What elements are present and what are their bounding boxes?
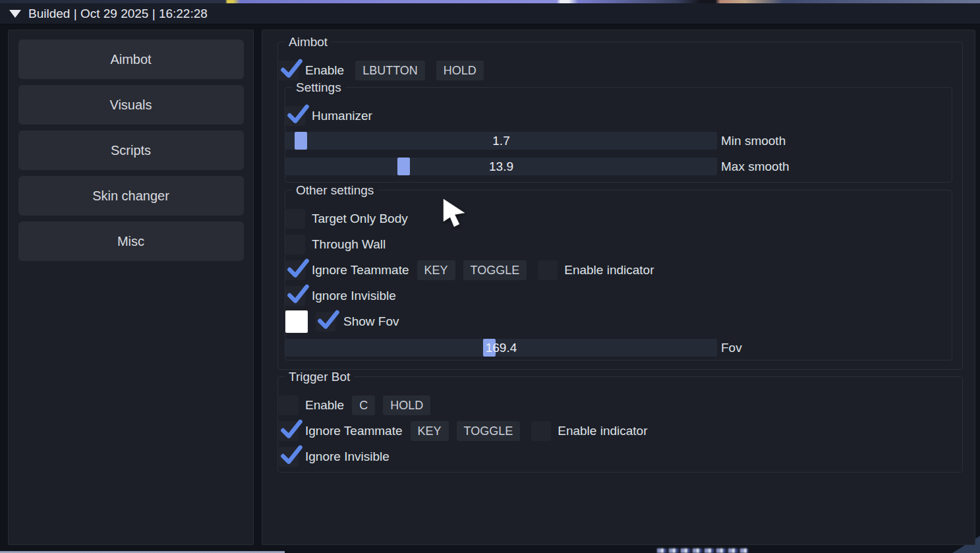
settings-group: Settings Humanizer 1.7 Min smooth 13.9 xyxy=(285,87,952,183)
aimbot-enable-indicator-label: Enable indicator xyxy=(564,263,654,277)
sidebar-item-visuals[interactable]: Visuals xyxy=(18,85,244,125)
sidebar-item-scripts[interactable]: Scripts xyxy=(18,131,244,170)
collapse-triangle-icon[interactable] xyxy=(9,10,21,18)
fov-slider[interactable]: 169.4 xyxy=(285,339,717,357)
other-settings-group-label: Other settings xyxy=(292,183,378,197)
through-wall-checkbox[interactable] xyxy=(285,235,305,254)
checkmark-icon xyxy=(287,103,310,126)
target-only-body-checkbox[interactable] xyxy=(285,209,305,229)
min-smooth-slider-row: 1.7 Min smooth xyxy=(285,132,952,150)
checkmark-icon xyxy=(280,418,303,441)
aimbot-enable-indicator-checkbox[interactable] xyxy=(538,260,558,280)
sidebar-item-misc[interactable]: Misc xyxy=(18,221,244,261)
aimbot-ignore-teammate-checkbox[interactable] xyxy=(285,260,305,280)
trigger-ignore-invisible-label: Ignore Invisible xyxy=(305,450,389,464)
aimbot-ignore-invisible-label: Ignore Invisible xyxy=(312,289,396,303)
trigger-bot-group: Trigger Bot Enable C HOLD Ignore Teammat… xyxy=(277,376,963,473)
max-smooth-slider-row: 13.9 Max smooth xyxy=(285,158,952,175)
checkmark-icon xyxy=(280,444,303,467)
trigger-ignore-invisible-checkbox[interactable] xyxy=(279,447,299,467)
sidebar-item-skin-changer[interactable]: Skin changer xyxy=(18,176,244,216)
sidebar-item-aimbot[interactable]: Aimbot xyxy=(18,40,244,79)
aimbot-enable-checkbox[interactable] xyxy=(279,61,299,80)
aimbot-ignore-invisible-checkbox[interactable] xyxy=(285,286,305,306)
aimbot-keymode-button[interactable]: HOLD xyxy=(436,61,484,80)
show-fov-checkbox[interactable] xyxy=(316,312,335,332)
trigger-ignore-teammate-checkbox[interactable] xyxy=(279,421,299,441)
fov-label: Fov xyxy=(721,341,742,355)
aimbot-ignore-teammate-mode-button[interactable]: TOGGLE xyxy=(463,260,527,280)
aimbot-keybind-button[interactable]: LBUTTON xyxy=(355,61,425,80)
aimbot-group-label: Aimbot xyxy=(285,35,331,49)
trigger-ignore-teammate-row: Ignore Teammate KEY TOGGLE Enable indica… xyxy=(279,421,962,441)
max-smooth-value: 13.9 xyxy=(285,158,717,175)
min-smooth-value: 1.7 xyxy=(285,132,717,150)
checkmark-icon xyxy=(280,57,303,80)
aimbot-enable-row: Enable LBUTTON HOLD xyxy=(279,61,962,80)
trigger-enable-indicator-label: Enable indicator xyxy=(558,424,647,438)
fov-slider-row: 169.4 Fov xyxy=(285,339,952,357)
trigger-ignore-teammate-label: Ignore Teammate xyxy=(305,424,403,438)
aimbot-ignore-teammate-row: Ignore Teammate KEY TOGGLE Enable indica… xyxy=(285,260,952,280)
checkmark-icon xyxy=(287,283,310,306)
trigger-keybind-button[interactable]: C xyxy=(352,395,375,415)
show-fov-label: Show Fov xyxy=(343,314,399,329)
main-panel: Aimbot Enable LBUTTON HOLD Settings Huma… xyxy=(262,30,975,545)
sidebar: Aimbot Visuals Scripts Skin changer Misc xyxy=(8,30,254,545)
humanizer-label: Humanizer xyxy=(312,109,372,123)
humanizer-checkbox[interactable] xyxy=(285,106,305,126)
through-wall-label: Through Wall xyxy=(312,237,386,252)
fov-color-swatch[interactable] xyxy=(285,310,308,333)
other-settings-group: Other settings Target Only Body Through … xyxy=(285,190,952,361)
trigger-ignore-teammate-key-button[interactable]: KEY xyxy=(411,421,449,441)
trigger-ignore-invisible-row: Ignore Invisible xyxy=(279,447,962,467)
game-background-hud xyxy=(657,548,748,553)
target-only-body-label: Target Only Body xyxy=(312,212,408,226)
aimbot-group: Aimbot Enable LBUTTON HOLD Settings Huma… xyxy=(277,42,963,370)
checkmark-icon xyxy=(287,257,310,280)
aimbot-enable-label: Enable xyxy=(305,63,344,78)
through-wall-row: Through Wall xyxy=(285,235,952,254)
aimbot-ignore-teammate-key-button[interactable]: KEY xyxy=(417,260,455,280)
trigger-keymode-button[interactable]: HOLD xyxy=(383,395,430,415)
trigger-ignore-teammate-mode-button[interactable]: TOGGLE xyxy=(457,421,521,441)
trigger-enable-checkbox[interactable] xyxy=(279,395,299,415)
window-title: Builded | Oct 29 2025 | 16:22:28 xyxy=(28,7,208,21)
checkmark-icon xyxy=(317,308,340,332)
trigger-enable-row: Enable C HOLD xyxy=(279,395,962,415)
min-smooth-label: Min smooth xyxy=(721,134,786,148)
fov-value: 169.4 xyxy=(285,339,717,357)
aimbot-ignore-invisible-row: Ignore Invisible xyxy=(285,286,952,306)
aimbot-ignore-teammate-label: Ignore Teammate xyxy=(312,263,409,277)
max-smooth-slider[interactable]: 13.9 xyxy=(285,158,717,175)
show-fov-row: Show Fov xyxy=(285,310,952,333)
min-smooth-slider[interactable]: 1.7 xyxy=(285,132,717,150)
settings-group-label: Settings xyxy=(292,80,345,94)
trigger-bot-group-label: Trigger Bot xyxy=(285,370,354,384)
humanizer-row: Humanizer xyxy=(285,106,952,126)
trigger-enable-label: Enable xyxy=(305,398,344,413)
max-smooth-label: Max smooth xyxy=(721,160,789,174)
titlebar: Builded | Oct 29 2025 | 16:22:28 xyxy=(0,3,980,24)
trigger-enable-indicator-checkbox[interactable] xyxy=(531,421,551,441)
target-only-body-row: Target Only Body xyxy=(285,209,952,229)
